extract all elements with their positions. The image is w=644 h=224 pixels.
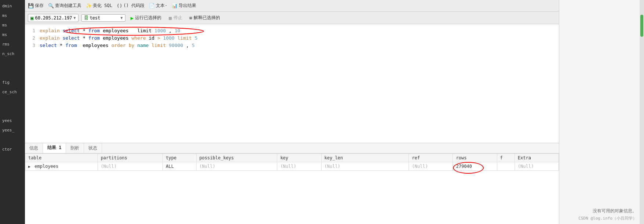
- col-f: f: [497, 154, 515, 162]
- code-snippet-button[interactable]: () () 代码段: [117, 3, 144, 9]
- text-button[interactable]: 📄 文本·: [149, 3, 167, 9]
- export-icon: 📊: [172, 3, 178, 8]
- tab-info-label: 信息: [29, 145, 38, 151]
- sidebar-item-rms[interactable]: rms: [0, 40, 25, 49]
- cell-type: ALL: [163, 162, 196, 171]
- col-partitions: partitions: [98, 154, 163, 162]
- col-possible-keys: possible_keys: [196, 154, 277, 162]
- cell-table-value: employees: [34, 164, 58, 169]
- sidebar-item-ctor[interactable]: ctor: [0, 145, 25, 154]
- beautify-label: 美化 SQL: [93, 3, 112, 9]
- save-label: 保存: [35, 3, 44, 9]
- tab-profiling-label: 剖析: [70, 145, 79, 151]
- col-key-len: key_len: [321, 154, 409, 162]
- cell-extra: (Null): [515, 162, 559, 171]
- save-icon: 💾: [28, 3, 34, 8]
- explain-button[interactable]: ⊞ 解释已选择的: [187, 14, 222, 22]
- code-snippet-label: () 代码段: [124, 3, 145, 9]
- tab-status[interactable]: 状态: [84, 143, 102, 153]
- line-number-3: 3: [28, 42, 35, 49]
- tab-profiling[interactable]: 剖析: [66, 143, 84, 153]
- scrollbar-thumb[interactable]: [640, 15, 643, 37]
- query-tool-button[interactable]: 🔍 查询创建工具: [48, 3, 81, 9]
- sidebar-item-nsch[interactable]: n_sch: [0, 49, 25, 59]
- sidebar-item-fig[interactable]: fig: [0, 78, 25, 87]
- db-dropdown-arrow: ▼: [121, 16, 123, 20]
- sidebar-item-empty5: [0, 135, 25, 145]
- sidebar-item-ms1[interactable]: ms: [0, 11, 25, 21]
- sidebar-item-empty3: [0, 97, 25, 106]
- sidebar-item-ms3[interactable]: ms: [0, 30, 25, 40]
- table-header-row: table partitions type possible_keys key …: [25, 154, 559, 162]
- cell-rows: 279040: [453, 162, 497, 171]
- sidebar-item-empty1: [0, 59, 25, 68]
- connection-bar: ▣ 60.205.212.197 ▼ 🗄 test ▼ ▶ 运行已选择的 ■ 停…: [25, 12, 559, 24]
- right-panel: 没有可用的对象信息。 CSDN @log.info（小吕同学）: [559, 0, 640, 224]
- right-scrollbar[interactable]: [640, 0, 644, 224]
- code-snippet-icon: (): [117, 3, 122, 8]
- line-content-2: explain select * from employees where id…: [40, 35, 556, 42]
- run-selected-label: 运行已选择的: [135, 15, 161, 21]
- sidebar-item-empty4: [0, 106, 25, 116]
- tab-status-label: 状态: [88, 145, 97, 151]
- col-type: type: [163, 154, 196, 162]
- col-extra: Extra: [515, 154, 559, 162]
- sql-line-3[interactable]: 3 select * from employees order by name …: [25, 42, 559, 49]
- ip-dropdown-arrow: ▼: [74, 16, 76, 20]
- cell-partitions: (Null): [98, 162, 163, 171]
- row-expand-arrow: ▶: [28, 165, 30, 169]
- col-table: table: [25, 154, 98, 162]
- sql-line-2[interactable]: 2 explain select * from employees where …: [25, 35, 559, 42]
- line-number-1: 1: [28, 27, 35, 35]
- export-button[interactable]: 📊 导出结果: [172, 3, 196, 9]
- tab-info[interactable]: 信息: [25, 143, 43, 153]
- db-value: test: [90, 15, 100, 21]
- toolbar: 💾 保存 🔍 查询创建工具 ✨ 美化 SQL () () 代码段 📄 文本· 📊…: [25, 0, 559, 12]
- result-table: table partitions type possible_keys key …: [25, 153, 559, 171]
- save-button[interactable]: 💾 保存: [28, 3, 44, 9]
- explain-icon: ⊞: [190, 15, 192, 21]
- sidebar-item-cesch[interactable]: ce_sch: [0, 87, 25, 97]
- sidebar-item-yees2[interactable]: yees_: [0, 126, 25, 135]
- no-object-info-text: 没有可用的对象信息。: [593, 208, 637, 214]
- sidebar-item-empty2: [0, 68, 25, 78]
- text-label: 文本·: [156, 3, 167, 9]
- query-tool-icon: 🔍: [48, 3, 54, 8]
- line-number-2: 2: [28, 35, 35, 42]
- result-content: table partitions type possible_keys key …: [25, 153, 559, 224]
- run-selected-button[interactable]: ▶ 运行已选择的: [128, 14, 164, 22]
- sidebar-item-ms2[interactable]: ms: [0, 21, 25, 30]
- line-content-3: select * from employees order by name li…: [40, 42, 556, 49]
- stop-button[interactable]: ■ 停止: [167, 14, 184, 22]
- sidebar-item-yees1[interactable]: yees: [0, 116, 25, 126]
- sql-editor[interactable]: 1 explain select * from employees limit …: [25, 24, 559, 143]
- sql-line-1[interactable]: 1 explain select * from employees limit …: [25, 27, 559, 35]
- result-tabs: 信息 结果 1 剖析 状态: [25, 143, 559, 153]
- cell-table: ▶ employees: [25, 162, 98, 171]
- beautify-button[interactable]: ✨ 美化 SQL: [86, 3, 112, 9]
- col-key: key: [277, 154, 321, 162]
- db-select[interactable]: 🗄 test ▼: [81, 14, 125, 22]
- editor-lines: 1 explain select * from employees limit …: [25, 27, 559, 49]
- line-content-1: explain select * from employees limit 10…: [40, 27, 556, 35]
- ip-select[interactable]: ▣ 60.205.212.197 ▼: [28, 14, 78, 22]
- rows-value: 279040: [456, 164, 472, 169]
- sidebar-item-dmin[interactable]: dmin: [0, 1, 25, 11]
- col-rows: rows: [453, 154, 497, 162]
- sidebar: dmin ms ms ms rms n_sch fig ce_sch yees …: [0, 0, 25, 224]
- db-icon: 🗄: [84, 15, 88, 21]
- export-label: 导出结果: [179, 3, 196, 9]
- run-icon: ▶: [131, 15, 133, 21]
- csdn-watermark: CSDN @log.info（小吕同学）: [578, 216, 637, 221]
- col-ref: ref: [409, 154, 453, 162]
- tab-result1[interactable]: 结果 1: [43, 143, 66, 153]
- main-content: 💾 保存 🔍 查询创建工具 ✨ 美化 SQL () () 代码段 📄 文本· 📊…: [25, 0, 559, 224]
- cell-key: (Null): [277, 162, 321, 171]
- stop-icon: ■: [169, 15, 172, 21]
- cell-ref: (Null): [409, 162, 453, 171]
- cell-f: [497, 162, 515, 171]
- stop-label: 停止: [173, 15, 182, 21]
- explain-label: 解释已选择的: [194, 15, 220, 21]
- ip-value: 60.205.212.197: [35, 15, 72, 21]
- table-row[interactable]: ▶ employees (Null) ALL (Null) (Null) (Nu…: [25, 162, 559, 171]
